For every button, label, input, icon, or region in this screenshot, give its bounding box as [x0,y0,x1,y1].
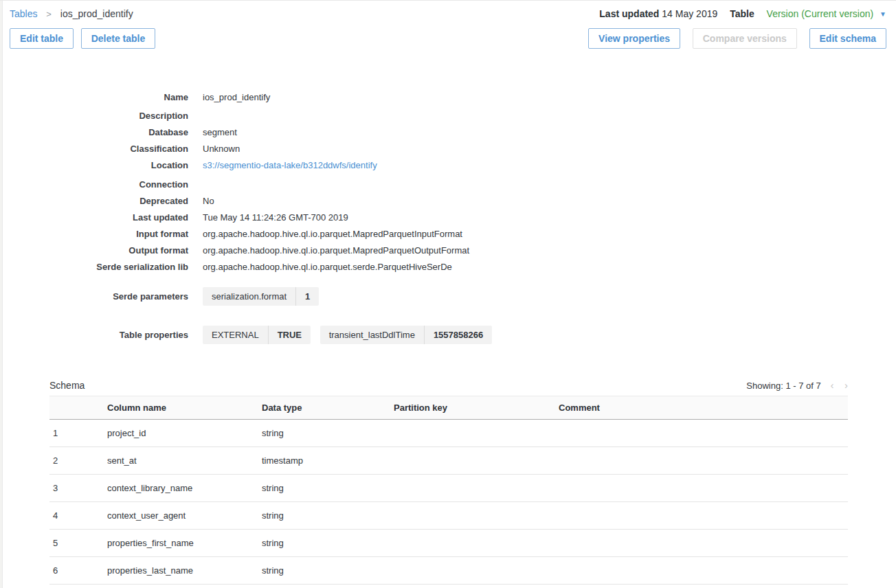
detail-label: Input format [10,229,188,239]
cell-partition-key [388,585,553,588]
chip-key: serialization.format [203,287,295,306]
detail-row-connection: Connection [10,174,886,192]
schema-header: Schema Showing: 1 - 7 of 7 ‹ › [49,379,848,391]
cell-data-type: string [256,475,388,502]
table-row: 5 properties_first_name string [49,530,848,557]
table-row: 4 context_user_agent string [49,502,848,530]
detail-row-classification: Classification Unknown [10,141,886,157]
detail-value: Tue May 14 11:24:26 GMT-700 2019 [203,212,348,223]
toolbar: Edit table Delete table View properties … [10,28,886,49]
cell-column-name: received_at [102,585,256,588]
schema-table-body: 1 project_id string 2 sent_at timestamp … [49,420,848,588]
row-number: 1 [49,420,102,447]
detail-label: Location [10,160,188,170]
cell-comment [553,420,848,447]
viewport-edge-strip [0,1,3,588]
row-number: 4 [49,502,102,530]
chip-key: EXTERNAL [203,326,268,344]
cell-data-type: string [256,530,388,557]
detail-label: Serde serialization lib [10,262,188,272]
table-row: 6 properties_last_name string [49,557,848,585]
cell-partition-key [388,420,553,447]
table-property-chip: transient_lastDdlTime 1557858266 [320,326,493,344]
table-details: Name ios_prod_identify Description Datab… [10,89,886,347]
detail-label: Database [10,127,188,137]
cell-data-type: timestamp [256,585,388,588]
prev-page-icon[interactable]: ‹ [830,379,833,391]
version-dropdown[interactable]: Version (Current version) ▼ [767,8,886,19]
detail-label: Output format [10,245,188,256]
detail-row-output-format: Output format org.apache.hadoop.hive.ql.… [10,242,886,259]
last-updated-value: 14 May 2019 [662,8,717,19]
cell-column-name: properties_last_name [102,557,256,585]
row-number: 6 [49,557,102,585]
detail-label: Last updated [10,212,188,223]
toolbar-left-group: Edit table Delete table [10,28,155,49]
detail-row-database: Database segment [10,124,886,140]
cell-partition-key [388,447,553,475]
detail-row-name: Name ios_prod_identify [10,89,886,105]
detail-value: org.apache.hadoop.hive.ql.io.parquet.Map… [203,229,462,239]
schema-table: Column name Data type Partition key Comm… [49,396,848,588]
col-header-column-name: Column name [102,396,256,420]
col-header-comment: Comment [553,396,848,420]
detail-row-serde-lib: Serde serialization lib org.apache.hadoo… [10,259,886,275]
cell-data-type: string [256,557,388,585]
detail-label: Serde parameters [10,291,188,302]
cell-column-name: context_user_agent [102,502,256,530]
table-row: 1 project_id string [49,420,848,447]
schema-section: Schema Showing: 1 - 7 of 7 ‹ › Column na… [49,379,848,588]
col-header-index [49,396,102,420]
detail-label: Description [10,111,188,121]
detail-row-table-properties: Table properties EXTERNAL TRUE transient… [10,322,886,347]
row-number: 7 [49,585,102,588]
view-properties-button[interactable]: View properties [588,28,680,49]
toolbar-right-group: View properties Compare versions Edit sc… [588,28,886,49]
edit-table-button[interactable]: Edit table [10,28,74,49]
breadcrumb-current-table: ios_prod_identify [60,8,133,19]
detail-row-description: Description [10,105,886,124]
breadcrumb-tables-link[interactable]: Tables [10,8,37,19]
cell-partition-key [388,475,553,502]
detail-label: Name [10,92,188,102]
cell-comment [553,585,848,588]
table-property-chip: EXTERNAL TRUE [203,326,311,344]
cell-comment [553,475,848,502]
detail-row-last-updated: Last updated Tue May 14 11:24:26 GMT-700… [10,209,886,225]
table-row: 7 received_at timestamp [49,585,848,588]
cell-column-name: properties_first_name [102,530,256,557]
glue-table-details-page: Tables > ios_prod_identify Last updated … [3,1,896,588]
detail-row-serde-parameters: Serde parameters serialization.format 1 [10,284,886,308]
cell-comment [553,447,848,475]
detail-value: Unknown [203,144,240,154]
cell-partition-key [388,502,553,530]
col-header-partition-key: Partition key [388,396,553,420]
header-meta: Last updated 14 May 2019 Table Version (… [599,8,886,19]
cell-partition-key [388,557,553,585]
table-label: Table [730,8,754,19]
detail-value: No [203,196,214,206]
detail-label: Connection [10,179,188,190]
schema-table-head: Column name Data type Partition key Comm… [49,396,848,420]
pagination: Showing: 1 - 7 of 7 ‹ › [746,379,848,391]
top-bar: Tables > ios_prod_identify Last updated … [10,8,886,19]
detail-row-location: Location s3://segmentio-data-lake/b312dd… [10,157,886,174]
delete-table-button[interactable]: Delete table [81,28,156,49]
cell-comment [553,557,848,585]
detail-label: Classification [10,144,188,154]
cell-column-name: project_id [102,420,256,447]
detail-value: org.apache.hadoop.hive.ql.io.parquet.Map… [203,245,469,256]
next-page-icon[interactable]: › [844,379,848,391]
detail-value: org.apache.hadoop.hive.ql.io.parquet.ser… [203,262,452,272]
location-s3-link[interactable]: s3://segmentio-data-lake/b312ddwfs/ident… [203,160,377,170]
caret-down-icon: ▼ [880,10,886,18]
table-row: 3 context_library_name string [49,475,848,502]
breadcrumb: Tables > ios_prod_identify [10,8,133,19]
edit-schema-button[interactable]: Edit schema [809,28,886,49]
cell-column-name: sent_at [102,447,256,475]
chip-value: TRUE [268,326,311,344]
cell-data-type: string [256,420,388,447]
last-updated-label: Last updated [599,8,659,19]
chip-value: 1 [295,287,319,306]
serde-parameter-chip: serialization.format 1 [203,287,319,306]
